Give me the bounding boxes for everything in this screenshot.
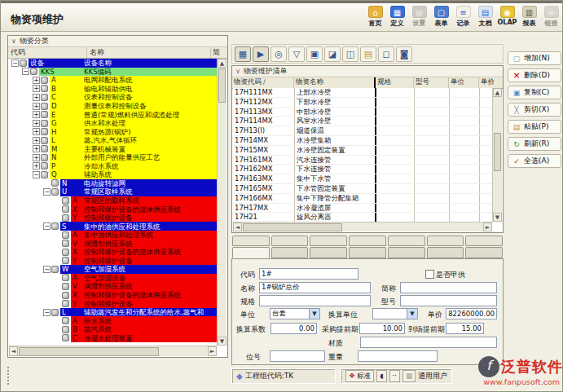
nav-item[interactable]: ≡ 记录	[452, 6, 474, 28]
chevron-down-icon[interactable]: ∨	[11, 37, 16, 45]
tree-row[interactable]: + G 供水和水处理	[9, 119, 217, 128]
tree-row[interactable]: + E 普通(常规)燃料供应和成渣处理	[9, 110, 217, 119]
tree-row[interactable]: + N 外部用户的能量供应工艺	[9, 153, 217, 162]
action-button[interactable]: ▤ 粘贴(P)	[508, 120, 561, 134]
nav-item[interactable]: ◉ OLAP	[496, 6, 518, 28]
short-name-field[interactable]	[400, 282, 497, 293]
nav-item[interactable]: ▤ 文档	[474, 6, 496, 28]
table-row[interactable]: 17H17MX 水冷凝渣屏	[233, 204, 492, 214]
tree-row[interactable]: Y 控制和保护设备	[9, 214, 217, 222]
tree-expander[interactable]: +	[33, 162, 40, 170]
owner-supplied-checkbox[interactable]	[425, 270, 434, 279]
tab[interactable]	[349, 247, 386, 258]
tree-col-name[interactable]: 名称	[87, 47, 211, 58]
action-button[interactable]: ▢ 增加(N)	[508, 51, 561, 65]
tree-expander[interactable]: −	[43, 188, 51, 196]
tab[interactable]	[349, 236, 386, 246]
tree-row[interactable]: − 设备 设备名称	[9, 59, 217, 68]
purchase-lead-field[interactable]	[359, 323, 405, 334]
tree-row[interactable]: + A 电网和配电系统	[9, 76, 217, 85]
material-field[interactable]	[360, 337, 497, 348]
more-button[interactable]: ··	[389, 370, 400, 382]
table-row[interactable]: 17H161MX 汽水连接管	[233, 156, 492, 165]
toolbar-button[interactable]: ◫	[342, 46, 358, 62]
list-horizontal-scrollbar[interactable]: ◄ ►	[233, 222, 492, 231]
nav-item[interactable]: ▢ 表单	[430, 6, 452, 28]
tree-row[interactable]: C 冷凝水处理装置	[9, 334, 217, 343]
night-mode-button[interactable]: ◖	[376, 370, 386, 382]
col-spec[interactable]: 规格	[376, 77, 414, 88]
tab[interactable]	[232, 236, 270, 246]
tree-expander[interactable]: +	[33, 145, 40, 152]
tab[interactable]	[271, 236, 309, 246]
table-row[interactable]: 17H15MX 水冷壁固定装置	[233, 146, 492, 156]
list-panel-header[interactable]: ∨ 物资维护清单	[232, 66, 503, 77]
code-field[interactable]	[259, 268, 358, 280]
action-button[interactable]: ▣ 复制(C)	[508, 86, 561, 99]
tab[interactable]	[232, 247, 270, 258]
tree-row[interactable]: V 润滑剂供应系统	[9, 282, 217, 291]
tab[interactable]	[465, 236, 503, 246]
tree-row[interactable]: X 控制和保护设备的流体供应系统	[9, 248, 217, 257]
tree-row[interactable]: Y 控制和保护设备	[9, 299, 217, 308]
tree-panel-header[interactable]: ∨ 物资分类	[8, 36, 227, 47]
tree-row[interactable]: − L 辅助蒸汽发生和分配系统的给水,蒸气和	[9, 308, 217, 317]
action-button[interactable]: ✓ 全选(A)	[508, 154, 561, 168]
action-button[interactable]: × 删除(D)	[508, 68, 561, 82]
tab[interactable]	[427, 247, 464, 258]
tree-expander[interactable]: −	[11, 59, 19, 67]
nav-item[interactable]: ⌂ 首页	[364, 6, 386, 28]
nav-item[interactable]: ∞ 链接	[540, 6, 562, 28]
toolbar-button[interactable]: ◙	[396, 46, 412, 62]
tab[interactable]	[271, 247, 309, 258]
name-field[interactable]	[259, 282, 371, 293]
tree-row[interactable]: A 常规区的取样系统	[9, 196, 217, 205]
chevron-down-icon[interactable]: ▼	[407, 309, 417, 319]
weight-field[interactable]	[358, 350, 438, 362]
table-row[interactable]: 17H14MX 水冷壁集箱	[233, 136, 492, 146]
toolbar-button[interactable]: ◪	[324, 46, 341, 62]
nav-item[interactable]: ◎ 设置	[408, 6, 430, 28]
tree-row[interactable]: + B 输电和辅助供电	[9, 85, 217, 94]
tree-row[interactable]: V 润滑剂供应系统	[9, 239, 217, 248]
table-row[interactable]: 17H114MX 风室水冷壁	[233, 117, 492, 126]
col-model[interactable]: 型号	[414, 77, 449, 88]
toolbar-button[interactable]: ▤	[360, 46, 376, 62]
tree-expander[interactable]: +	[33, 103, 40, 110]
model-field[interactable]	[400, 295, 497, 306]
tree-expander[interactable]: +	[33, 77, 40, 84]
toolbar-button[interactable]: ▣	[306, 46, 323, 62]
convert-unit-select[interactable]: ▼	[372, 308, 418, 319]
tree-row[interactable]: − KKS KKS编码	[9, 68, 217, 77]
tree-expander[interactable]: −	[43, 309, 51, 316]
tree-expander[interactable]: +	[33, 85, 40, 92]
table-row[interactable]: 17H163MX 集中下水管	[233, 174, 492, 184]
resize-grip[interactable]	[7, 367, 12, 385]
col-unit[interactable]: 单位	[449, 77, 479, 88]
tree-row[interactable]: A 给水系统	[9, 316, 217, 325]
tree-row[interactable]: + M 主要机械装置	[9, 144, 217, 153]
list-vertical-scrollbar[interactable]: ▲ ▼	[492, 88, 502, 222]
chevron-down-icon[interactable]: ∨	[235, 68, 240, 75]
col-material-name[interactable]: 物资名称	[294, 77, 376, 88]
tree-expander[interactable]: +	[33, 137, 40, 144]
tree-expander[interactable]: −	[22, 68, 29, 75]
toolbar-button[interactable]: ◎	[271, 46, 287, 62]
tree-row[interactable]: A 集中油供应和处理系统	[9, 231, 217, 240]
tree-col-short[interactable]: 简	[211, 47, 227, 58]
nav-item[interactable]: ▦ 定义	[386, 6, 408, 28]
tab[interactable]	[310, 236, 347, 246]
chevron-down-icon[interactable]: ▼	[309, 309, 319, 319]
tree-row[interactable]: A 空气加湿设备	[9, 274, 217, 283]
tree-vertical-scrollbar[interactable]: ▲ ▼	[217, 59, 227, 346]
tree-row[interactable]: + C 仪表和控制设备	[9, 93, 217, 102]
toolbar-button[interactable]: ◻	[378, 46, 394, 62]
tree-row[interactable]: N 电动旋转滤网	[9, 179, 217, 188]
tree-row[interactable]: − Q 辅助系统	[9, 170, 217, 179]
tree-expander[interactable]: +	[33, 111, 40, 118]
tree-row[interactable]: X 控制和保护设备的流体供应系统	[9, 205, 217, 214]
tab[interactable]	[465, 247, 503, 258]
tree-row[interactable]: + P 冷却水系统	[9, 162, 217, 171]
standard-button[interactable]: ❖ 标准	[345, 370, 374, 382]
tree-row[interactable]: + L 蒸,汽水,气体循环	[9, 136, 217, 145]
